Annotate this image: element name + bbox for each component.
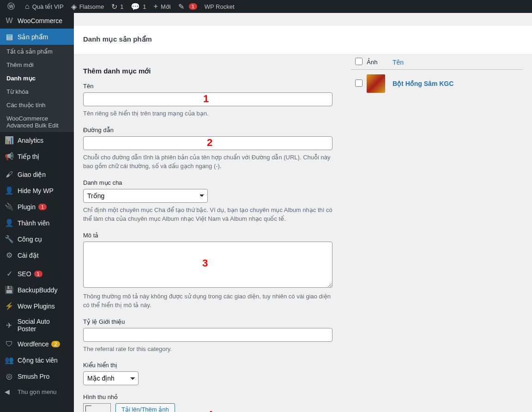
menu-wordfence[interactable]: 🛡Wordfence2 [0,336,74,352]
flatsome-icon: ◈ [71,2,77,11]
smush-icon: ◎ [5,372,14,381]
settings-icon: ⚙ [5,251,14,260]
menu-seo[interactable]: ✓SEO1 [0,266,74,282]
menu-plugin[interactable]: 🔌Plugin1 [0,199,74,215]
menu-tools[interactable]: 🔧Công cụ [0,231,74,247]
sub-add-new[interactable]: Thêm mới [0,58,74,72]
plugin-badge: 1 [38,204,47,210]
menu-smush[interactable]: ◎Smush Pro [0,368,74,384]
wp-logo[interactable]: ⓦ [4,0,21,13]
sub-attributes[interactable]: Các thuộc tính [0,98,74,112]
annotation-4: 4 [207,409,213,412]
wp-rocket[interactable]: WP Rocket [201,0,238,13]
name-label: Tên [83,83,332,90]
thumb-label: Hình thu nhỏ [83,394,332,400]
menu-products[interactable]: ▤Sản phẩm [0,29,74,45]
backup-icon: 💾 [5,285,14,294]
seo-icon: ✓ [5,269,14,278]
marketing-icon: 📢 [5,152,14,161]
truncated-text: xxxx [83,54,332,61]
wow-icon: ⚡ [5,302,14,310]
plus-icon: + [154,2,158,11]
wordpress-icon: ⓦ [7,2,15,12]
brush-icon: 🖌 [5,170,14,179]
field-name: Tên 1 Tên riêng sẽ hiển thị trên trang m… [83,83,332,118]
shield-icon: 🛡 [5,340,14,348]
admin-sidebar: WWooCommerce ▤Sản phẩm Tất cả sản phẩm T… [0,13,74,412]
analytics-icon: 📊 [5,136,14,145]
menu-appearance[interactable]: 🖌Giao diện [0,167,74,182]
new-content[interactable]: +Mới [150,0,175,13]
category-link[interactable]: Bột Hồng Sâm KGC [393,80,453,87]
menu-woocommerce[interactable]: WWooCommerce [0,13,74,29]
sub-categories[interactable]: Danh mục [0,72,74,85]
col-image: Ảnh [367,59,393,66]
display-label: Kiểu hiển thị [83,362,332,369]
slug-label: Đường dẫn [83,127,332,133]
form-heading: Thêm danh mục mới [83,67,332,75]
menu-backupbuddy[interactable]: 💾BackupBuddy [0,282,74,298]
sub-all-products[interactable]: Tất cả sản phẩm [0,45,74,58]
slug-desc: Chuỗi cho đường dẫn tĩnh là phiên bản củ… [83,153,332,171]
field-parent: Danh mục cha Trống Chỉ định một chuyên m… [83,179,332,224]
ref-desc: The referral rate for this category. [83,345,332,354]
display-select[interactable]: Mặc định [83,371,139,385]
field-referral: Tỷ lệ Giới thiệu The referral rate for t… [83,318,332,354]
home-icon: ⌂ [25,2,30,11]
ref-input[interactable] [83,328,332,342]
content-area: Danh mục sản phẩm xxxx Thêm danh mục mới… [74,13,532,412]
menu-users[interactable]: 👤Thành viên [0,215,74,231]
sub-tags[interactable]: Từ khóa [0,85,74,98]
forms-badge: 1 [189,3,197,10]
menu-settings[interactable]: ⚙Cài đặt [0,247,74,263]
table-row: Bột Hồng Sâm KGC [351,70,523,97]
desc-label: Mô tả [83,232,332,239]
row-checkbox[interactable] [355,79,363,87]
table-column: Ảnh Tên Bột Hồng Sâm KGC [342,55,523,412]
upload-button[interactable]: Tải lên/Thêm ảnh [115,403,175,412]
name-desc: Tên riêng sẽ hiển thị trên trang mạng củ… [83,109,332,118]
desc-desc: Thông thường mô tả này không được sử dụn… [83,292,332,310]
collapse-menu[interactable]: ◀Thu gọn menu [0,384,74,399]
parent-select[interactable]: Trống [83,189,208,203]
name-input[interactable] [83,92,332,106]
parent-desc: Chỉ định một chuyên mục Cha để tạo thứ b… [83,206,332,224]
table-header: Ảnh Tên [351,55,523,70]
team-icon: 👥 [5,356,14,364]
sub-bulk-edit[interactable]: WooCommerce Advanced Bulk Edit [0,112,74,132]
user-icon: 👤 [5,218,14,227]
menu-socialauto[interactable]: ✈Social Auto Poster [0,314,74,336]
products-icon: ▤ [5,32,14,41]
col-name-sort[interactable]: Tên [393,59,404,66]
forms[interactable]: ✎1 [175,0,201,13]
mask-icon: 👤 [5,186,14,195]
ref-label: Tỷ lệ Giới thiệu [83,318,332,325]
site-name: Quà tết VIP [32,3,64,10]
menu-wowplugins[interactable]: ⚡Wow Plugins [0,298,74,314]
page-title: Danh mục sản phẩm [74,26,532,55]
slug-input[interactable] [83,136,332,150]
flatsome-menu[interactable]: ◈Flatsome [67,0,108,13]
updates[interactable]: ↻1 [108,0,127,13]
field-thumbnail: Hình thu nhỏ Tải lên/Thêm ảnh 4 [83,394,332,412]
plugin-icon: 🔌 [5,202,14,211]
site-home[interactable]: ⌂Quà tết VIP [21,0,67,13]
admin-bar: ⓦ ⌂Quà tết VIP ◈Flatsome ↻1 💬1 +Mới ✎1 W… [0,0,532,13]
menu-marketing[interactable]: 📢Tiếp thị [0,148,74,164]
field-display: Kiểu hiển thị Mặc định [83,362,332,385]
field-slug: Đường dẫn 2 Chuỗi cho đường dẫn tĩnh là … [83,127,332,171]
menu-analytics[interactable]: 📊Analytics [0,132,74,148]
menu-contributors[interactable]: 👥Cộng tác viên [0,352,74,368]
thumbnail-preview [83,403,111,412]
wrench-icon: 🔧 [5,235,14,243]
products-submenu: Tất cả sản phẩm Thêm mới Danh mục Từ khó… [0,45,74,132]
desc-textarea[interactable] [83,242,332,288]
menu-hidemywp[interactable]: 👤Hide My WP [0,182,74,199]
wordfence-badge: 2 [51,341,60,347]
select-all-checkbox[interactable] [355,58,363,65]
field-description: Mô tả 3 Thông thường mô tả này không đượ… [83,232,332,310]
comments[interactable]: 💬1 [127,0,150,13]
product-thumbnail [367,74,385,93]
refresh-icon: ↻ [111,2,117,11]
woo-icon: W [5,17,14,25]
